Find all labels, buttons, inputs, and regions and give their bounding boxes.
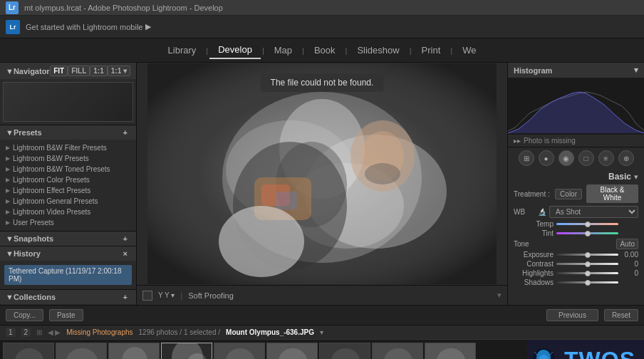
navigator-label: Navigator bbox=[14, 67, 50, 76]
nav-develop[interactable]: Develop bbox=[209, 41, 261, 59]
presets-label: Presets bbox=[14, 128, 42, 137]
history-header[interactable]: ▼ History × bbox=[0, 246, 136, 261]
paste-button[interactable]: Paste bbox=[49, 309, 83, 321]
presets-header[interactable]: ▼ Presets + bbox=[0, 125, 136, 140]
shadows-track[interactable] bbox=[556, 281, 618, 283]
collections-label: Collections bbox=[14, 293, 56, 301]
temp-track[interactable] bbox=[556, 223, 618, 225]
copy-button[interactable]: Copy... bbox=[6, 309, 43, 321]
tool-row: ⊞ ● ◉ □ ≡ ⊕ bbox=[508, 147, 644, 169]
svg-point-15 bbox=[365, 163, 400, 184]
snapshots-add-icon[interactable]: + bbox=[123, 234, 128, 243]
preset-bw[interactable]: ▶ Lightroom B&W Presets bbox=[3, 153, 133, 164]
histogram-triangle[interactable]: ▾ bbox=[634, 66, 638, 75]
preset-color[interactable]: ▶ Lightroom Color Presets bbox=[3, 175, 133, 185]
svg-point-12 bbox=[219, 206, 304, 277]
wb-select[interactable]: As Shot bbox=[549, 206, 638, 218]
collections-add-icon[interactable]: + bbox=[123, 293, 128, 301]
nav-print[interactable]: Print bbox=[413, 42, 450, 58]
history-item-1[interactable]: Tethered Capture (11/19/17 2:00:18 PM) bbox=[4, 265, 132, 285]
history-close-icon[interactable]: × bbox=[123, 249, 128, 258]
preset-arrow-5: ▶ bbox=[6, 187, 10, 194]
eyedropper-icon[interactable]: 🔬 bbox=[538, 208, 546, 216]
tool-grid-btn[interactable]: ⊞ bbox=[519, 150, 534, 166]
grid-view-icon[interactable]: ⊞ bbox=[36, 328, 42, 336]
preset-bw-filter[interactable]: ▶ Lightroom B&W Filter Presets bbox=[3, 142, 133, 153]
missing-photos-label[interactable]: Missing Photographs bbox=[66, 328, 133, 336]
previous-button[interactable]: Previous bbox=[546, 309, 598, 321]
highlights-track[interactable] bbox=[556, 272, 618, 274]
center-bottom-bar: Y Y ▾ | Soft Proofing ▾ bbox=[137, 285, 507, 305]
snapshots-header[interactable]: ▼ Snapshots + bbox=[0, 231, 136, 246]
preset-video[interactable]: ▶ Lightroom Video Presets bbox=[3, 207, 133, 217]
preset-arrow-2: ▶ bbox=[6, 155, 10, 162]
film-thumb-5[interactable] bbox=[214, 343, 265, 360]
film-thumb-3[interactable] bbox=[108, 343, 160, 360]
collections-header[interactable]: ▼ Collections + bbox=[0, 290, 136, 304]
basic-triangle[interactable]: ▾ bbox=[634, 172, 638, 182]
exposure-value: 0.00 bbox=[618, 251, 638, 259]
tool-lines-btn[interactable]: ≡ bbox=[598, 150, 614, 166]
soft-proofing-label: Soft Proofing bbox=[188, 291, 234, 300]
film-thumb-6[interactable] bbox=[266, 343, 318, 360]
histogram-header[interactable]: Histogram ▾ bbox=[508, 63, 644, 78]
preset-user[interactable]: ▶ User Presets bbox=[3, 217, 133, 228]
film-thumb-8[interactable] bbox=[372, 343, 423, 360]
film-thumb-2[interactable] bbox=[56, 343, 107, 360]
navigator-header[interactable]: ▼ Navigator FIT FILL 1:1 1:1 ▾ bbox=[0, 63, 136, 79]
tool-circle-btn[interactable]: ● bbox=[539, 150, 554, 166]
preset-bw-toned[interactable]: ▶ Lightroom B&W Toned Presets bbox=[3, 164, 133, 175]
arrow-right-icon[interactable]: ▶ bbox=[55, 328, 61, 336]
preset-label-7: Lightroom Video Presets bbox=[13, 208, 90, 216]
nav-web[interactable]: We bbox=[454, 42, 484, 58]
filmstrip: TWOS bbox=[0, 339, 644, 359]
nav-map[interactable]: Map bbox=[266, 42, 301, 58]
arrow-left-icon[interactable]: ◀ bbox=[48, 328, 53, 336]
contrast-track[interactable] bbox=[556, 263, 618, 265]
soft-proof-checkbox[interactable] bbox=[142, 291, 152, 301]
film-thumb-9[interactable] bbox=[425, 343, 476, 360]
file-dropdown-icon[interactable]: ▾ bbox=[320, 328, 323, 336]
film-thumb-4[interactable] bbox=[161, 343, 212, 360]
bw-treatment-btn[interactable]: Black & White bbox=[586, 184, 638, 203]
right-panel: Histogram ▾ ▸▸ Photo is missing ⊞ ● ◉ □ bbox=[507, 63, 644, 305]
color-treatment-btn[interactable]: Color bbox=[555, 189, 582, 199]
yy-label[interactable]: Y Y ▾ bbox=[158, 291, 175, 299]
tint-track[interactable] bbox=[556, 232, 618, 234]
snapshots-section: ▼ Snapshots + bbox=[0, 231, 136, 246]
fit-button[interactable]: FIT bbox=[50, 66, 68, 76]
one-one-button[interactable]: 1:1 bbox=[90, 66, 107, 76]
ratio-button[interactable]: 1:1 ▾ bbox=[108, 66, 130, 76]
highlights-label: Highlights bbox=[514, 269, 556, 277]
tool-ring-btn[interactable]: ◉ bbox=[559, 150, 574, 166]
bottom-dropdown-arrow[interactable]: ▾ bbox=[497, 291, 502, 300]
preset-effect[interactable]: ▶ Lightroom Effect Presets bbox=[3, 185, 133, 196]
navigator-triangle: ▼ bbox=[6, 67, 14, 76]
reset-button[interactable]: Reset bbox=[604, 309, 638, 321]
fill-button[interactable]: FILL bbox=[68, 66, 90, 76]
tool-square-btn[interactable]: □ bbox=[578, 150, 594, 166]
nav-library[interactable]: Library bbox=[160, 42, 205, 58]
nav-book[interactable]: Book bbox=[306, 42, 344, 58]
presets-triangle: ▼ bbox=[6, 128, 14, 137]
preset-general[interactable]: ▶ Lightroom General Presets bbox=[3, 196, 133, 207]
photo-count: 1296 photos / 1 selected / bbox=[139, 328, 221, 336]
preset-label-1: Lightroom B&W Filter Presets bbox=[13, 144, 107, 152]
mobile-arrow[interactable]: ▶ bbox=[145, 22, 151, 31]
nav-slideshow[interactable]: Slideshow bbox=[348, 42, 407, 58]
file-name: Mount Olympus_-636.JPG bbox=[226, 328, 314, 336]
history-section: ▼ History × Tethered Capture (11/19/17 2… bbox=[0, 246, 136, 290]
collections-section: ▼ Collections + 🔍 ▶ 📁 Smart Collections bbox=[0, 290, 136, 305]
presets-add-icon[interactable]: + bbox=[123, 128, 128, 137]
twos-watermark: TWOS bbox=[527, 339, 644, 359]
film-thumb-7[interactable] bbox=[319, 343, 370, 360]
auto-btn[interactable]: Auto bbox=[616, 239, 638, 249]
missing-text: Photo is missing bbox=[524, 137, 576, 145]
film-thumb-1[interactable] bbox=[3, 343, 54, 360]
status-num-1[interactable]: 1 bbox=[6, 328, 16, 337]
tool-plus-btn[interactable]: ⊕ bbox=[618, 150, 634, 166]
error-bubble: The file could not be found. bbox=[261, 73, 384, 92]
status-num-2[interactable]: 2 bbox=[21, 328, 31, 337]
exposure-track[interactable] bbox=[556, 254, 618, 256]
tint-slider-row: Tint bbox=[514, 229, 638, 237]
